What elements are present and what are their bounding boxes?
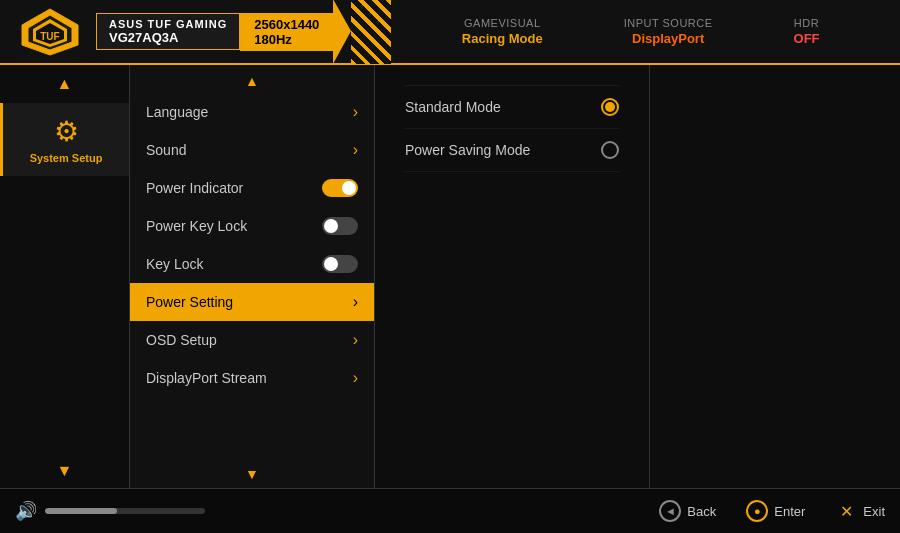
menu-power-setting-label: Power Setting [146,294,233,310]
right-panel [650,65,900,488]
menu-item-power-setting[interactable]: Power Setting › [130,283,374,321]
sidebar: ▲ ⚙ System Setup ▼ [0,65,130,488]
menu-sound-label: Sound [146,142,186,158]
hdr-nav[interactable]: HDR OFF [794,17,820,46]
power-saving-label: Power Saving Mode [405,142,530,158]
menu-item-power-indicator[interactable]: Power Indicator [130,169,374,207]
gamevisual-label: GameVisual [464,17,541,29]
menu-arrow-up[interactable]: ▲ [130,73,374,89]
header-resolution: 2560x1440 180Hz [240,13,333,51]
menu-item-power-key-lock[interactable]: Power Key Lock [130,207,374,245]
header-divider [333,0,351,64]
menu-item-displayport-stream[interactable]: DisplayPort Stream › [130,359,374,397]
back-icon: ◄ [659,500,681,522]
power-saving-radio[interactable] [601,141,619,159]
menu-item-key-lock[interactable]: Key Lock [130,245,374,283]
hdr-value: OFF [794,31,820,46]
header: TUF ASUS TUF GAMING VG27AQ3A 2560x1440 1… [0,0,900,65]
main-content: ▲ ⚙ System Setup ▼ ▲ Language › Sound › … [0,65,900,488]
gamevisual-nav[interactable]: GameVisual Racing Mode [462,17,543,46]
menu-item-language[interactable]: Language › [130,93,374,131]
sidebar-item-system-setup[interactable]: ⚙ System Setup [0,103,129,176]
volume-bar-background [45,508,205,514]
chevron-right-icon: › [353,369,358,387]
menu-item-osd-setup[interactable]: OSD Setup › [130,321,374,359]
menu-arrow-down[interactable]: ▼ [130,466,374,482]
volume-bar-fill [45,508,117,514]
header-stripe [351,0,391,64]
menu-displayport-stream-label: DisplayPort Stream [146,370,267,386]
content-panel: Standard Mode Power Saving Mode [375,65,650,488]
resolution-label: 2560x1440 [254,17,319,32]
hdr-label: HDR [794,17,819,29]
refresh-rate-label: 180Hz [254,32,319,47]
menu-panel: ▲ Language › Sound › Power Indicator Pow… [130,65,375,488]
logo: TUF [10,7,90,57]
back-label: Back [687,504,716,519]
power-key-lock-toggle[interactable] [322,217,358,235]
chevron-right-icon: › [353,293,358,311]
menu-key-lock-label: Key Lock [146,256,204,272]
volume-control: 🔊 [15,500,659,522]
standard-mode-label: Standard Mode [405,99,501,115]
radio-selected-indicator [605,102,615,112]
gamevisual-value: Racing Mode [462,31,543,46]
key-lock-toggle[interactable] [322,255,358,273]
exit-label: Exit [863,504,885,519]
volume-icon: 🔊 [15,500,37,522]
enter-label: Enter [774,504,805,519]
footer: 🔊 ◄ Back ● Enter ✕ Exit [0,488,900,533]
model-name-label: VG27AQ3A [109,30,227,45]
toggle-knob [324,257,338,271]
input-source-label: Input Source [624,17,713,29]
header-nav: GameVisual Racing Mode Input Source Disp… [391,17,890,46]
input-source-value: DisplayPort [632,31,704,46]
chevron-right-icon: › [353,103,358,121]
sidebar-arrow-down[interactable]: ▼ [57,462,73,480]
footer-navigation: ◄ Back ● Enter ✕ Exit [659,500,885,522]
menu-power-indicator-label: Power Indicator [146,180,243,196]
brand-label: ASUS TUF GAMING [109,18,227,30]
content-option-power-saving[interactable]: Power Saving Mode [405,129,619,172]
back-button[interactable]: ◄ Back [659,500,716,522]
gear-icon: ⚙ [54,115,79,148]
content-option-standard-mode[interactable]: Standard Mode [405,85,619,129]
menu-osd-setup-label: OSD Setup [146,332,217,348]
menu-language-label: Language [146,104,208,120]
exit-button[interactable]: ✕ Exit [835,500,885,522]
standard-mode-radio[interactable] [601,98,619,116]
input-source-nav[interactable]: Input Source DisplayPort [624,17,713,46]
svg-text:TUF: TUF [40,31,59,42]
power-indicator-toggle[interactable] [322,179,358,197]
exit-icon: ✕ [835,500,857,522]
chevron-right-icon: › [353,141,358,159]
toggle-knob [342,181,356,195]
enter-button[interactable]: ● Enter [746,500,805,522]
enter-icon: ● [746,500,768,522]
menu-power-key-lock-label: Power Key Lock [146,218,247,234]
sidebar-system-setup-label: System Setup [30,152,103,164]
toggle-knob [324,219,338,233]
sidebar-arrow-up[interactable]: ▲ [57,75,73,93]
header-model-info: ASUS TUF GAMING VG27AQ3A [96,13,240,50]
chevron-right-icon: › [353,331,358,349]
menu-item-sound[interactable]: Sound › [130,131,374,169]
